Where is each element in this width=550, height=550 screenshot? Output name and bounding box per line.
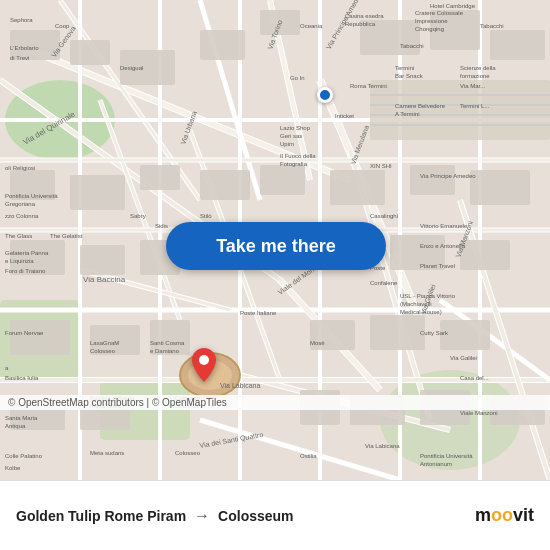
svg-text:Via Baccina: Via Baccina — [83, 275, 126, 284]
svg-text:zzo Colonna: zzo Colonna — [5, 213, 39, 219]
svg-text:Il Fuoco della: Il Fuoco della — [280, 153, 316, 159]
svg-text:Via Principe Amedeo: Via Principe Amedeo — [420, 173, 476, 179]
moovit-text: moovit — [475, 505, 534, 526]
svg-rect-49 — [200, 30, 245, 60]
svg-text:Colosseo: Colosseo — [90, 348, 116, 354]
svg-text:Pontificia Università: Pontificia Università — [420, 453, 473, 459]
svg-text:Repubblica: Repubblica — [345, 21, 376, 27]
svg-text:Santa Maria: Santa Maria — [5, 415, 38, 421]
svg-text:Mosè: Mosè — [310, 340, 325, 346]
svg-rect-47 — [70, 40, 110, 65]
origin-marker — [317, 87, 333, 103]
svg-rect-58 — [260, 165, 305, 195]
svg-rect-53 — [490, 30, 545, 60]
svg-point-181 — [199, 355, 209, 365]
svg-text:Casina esedra: Casina esedra — [345, 13, 384, 19]
svg-rect-59 — [330, 170, 385, 205]
svg-rect-60 — [410, 165, 455, 195]
svg-text:Termini: Termini — [395, 65, 414, 71]
svg-text:formazione: formazione — [460, 73, 490, 79]
svg-text:Fotografia: Fotografia — [280, 161, 308, 167]
svg-rect-63 — [80, 245, 125, 275]
svg-text:XIN SHI: XIN SHI — [370, 163, 392, 169]
svg-text:Pontificia Università: Pontificia Università — [5, 193, 58, 199]
svg-text:Tabacchi: Tabacchi — [400, 43, 424, 49]
svg-text:Coop: Coop — [55, 23, 70, 29]
svg-text:(Machiavelli: (Machiavelli — [400, 301, 432, 307]
svg-text:Termini L...: Termini L... — [460, 103, 490, 109]
svg-text:Lazio Shop: Lazio Shop — [280, 125, 311, 131]
svg-text:Poste Italiane: Poste Italiane — [240, 310, 277, 316]
svg-text:Via Mar...: Via Mar... — [460, 83, 486, 89]
svg-text:Kolbe: Kolbe — [5, 465, 21, 471]
svg-rect-72 — [370, 315, 425, 350]
svg-text:Medical House): Medical House) — [400, 309, 442, 315]
svg-text:oli Religiosi: oli Religiosi — [5, 165, 35, 171]
svg-text:Via Galilei: Via Galilei — [450, 355, 477, 361]
svg-rect-68 — [10, 320, 70, 355]
svg-text:Colle Palatino: Colle Palatino — [5, 453, 43, 459]
svg-rect-61 — [470, 170, 530, 205]
svg-text:Via Labicana: Via Labicana — [220, 382, 260, 389]
svg-text:Casalinghi: Casalinghi — [370, 213, 398, 219]
svg-text:Cutty Sark: Cutty Sark — [420, 330, 449, 336]
svg-text:Sephora: Sephora — [10, 17, 33, 23]
svg-rect-67 — [460, 240, 510, 270]
svg-text:Gregoriana: Gregoriana — [5, 201, 36, 207]
svg-text:Roma Termini: Roma Termini — [350, 83, 387, 89]
svg-text:Stilò: Stilò — [200, 213, 212, 219]
destination-label: Colosseum — [218, 508, 293, 524]
svg-rect-82 — [370, 80, 550, 140]
svg-text:Planet Travel: Planet Travel — [420, 263, 455, 269]
svg-text:Tabacchi: Tabacchi — [480, 23, 504, 29]
svg-text:Via Labicana: Via Labicana — [365, 443, 400, 449]
svg-text:USL - Piazza Vittorio: USL - Piazza Vittorio — [400, 293, 456, 299]
svg-rect-56 — [140, 165, 180, 190]
svg-text:di Trevi: di Trevi — [10, 55, 29, 61]
svg-text:Sidis: Sidis — [155, 223, 168, 229]
svg-text:e Liquirizia: e Liquirizia — [5, 258, 34, 264]
map-attribution: © OpenStreetMap contributors | © OpenMap… — [0, 395, 550, 410]
svg-text:Bar Snack: Bar Snack — [395, 73, 424, 79]
svg-text:Vittorio Emanuele: Vittorio Emanuele — [420, 223, 468, 229]
svg-text:Impressione: Impressione — [415, 18, 448, 24]
svg-text:LasaGnaM: LasaGnaM — [90, 340, 119, 346]
svg-text:Ostilia: Ostilia — [300, 453, 317, 459]
svg-text:Hotel Cambridge: Hotel Cambridge — [430, 3, 476, 9]
svg-text:Santi Cosma: Santi Cosma — [150, 340, 185, 346]
svg-text:Colosseo: Colosseo — [175, 450, 201, 456]
svg-text:Viale Manzoni: Viale Manzoni — [460, 410, 498, 416]
svg-text:Enzo e Antonella: Enzo e Antonella — [420, 243, 466, 249]
moovit-logo: moovit — [475, 505, 534, 526]
svg-text:A Termini: A Termini — [395, 111, 420, 117]
svg-text:Sabry: Sabry — [130, 213, 146, 219]
svg-text:Meta sudans: Meta sudans — [90, 450, 124, 456]
svg-text:Desigual: Desigual — [120, 65, 143, 71]
svg-text:Scienze della: Scienze della — [460, 65, 496, 71]
destination-marker — [192, 348, 216, 386]
svg-text:e Damiano: e Damiano — [150, 348, 180, 354]
route-info: Golden Tulip Rome Piram → Colosseum — [16, 507, 475, 525]
svg-text:Chongqing: Chongqing — [415, 26, 444, 32]
take-me-there-button[interactable]: Take me there — [166, 222, 386, 270]
svg-text:Foro di Traiano: Foro di Traiano — [5, 268, 46, 274]
svg-text:Forum Nervae: Forum Nervae — [5, 330, 44, 336]
svg-text:Casa del...: Casa del... — [460, 375, 489, 381]
svg-text:Geri sas: Geri sas — [280, 133, 302, 139]
svg-text:Oceania: Oceania — [300, 23, 323, 29]
svg-text:Gelateria Panna: Gelateria Panna — [5, 250, 49, 256]
svg-rect-57 — [200, 170, 250, 200]
origin-label: Golden Tulip Rome Piram — [16, 508, 186, 524]
svg-text:Confalene: Confalene — [370, 280, 398, 286]
svg-text:Camere Belvedere: Camere Belvedere — [395, 103, 446, 109]
svg-rect-55 — [70, 175, 125, 210]
svg-text:Basilica Iulia: Basilica Iulia — [5, 375, 39, 381]
svg-text:Cratere Colossale: Cratere Colossale — [415, 10, 464, 16]
route-arrow-icon: → — [194, 507, 210, 525]
svg-text:Inticket: Inticket — [335, 113, 354, 119]
svg-text:The Gelatist: The Gelatist — [50, 233, 83, 239]
svg-text:Upim: Upim — [280, 141, 294, 147]
svg-text:L'Erbolario: L'Erbolario — [10, 45, 39, 51]
svg-text:Antonianum: Antonianum — [420, 461, 452, 467]
bottom-bar: Golden Tulip Rome Piram → Colosseum moov… — [0, 480, 550, 550]
